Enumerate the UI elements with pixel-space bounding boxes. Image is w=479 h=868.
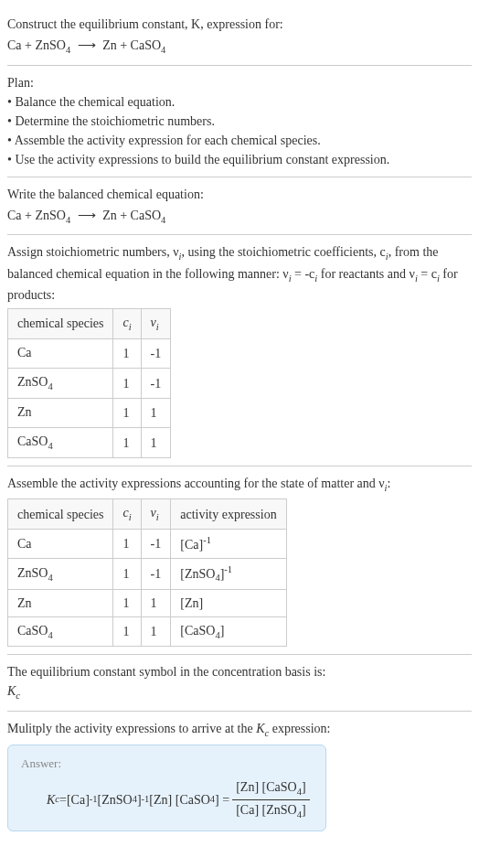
answer-label: Answer: [21, 755, 313, 773]
table-header-row: chemical species ci νi [8, 309, 171, 339]
cell-vi: 1 [141, 398, 171, 428]
table-row: Ca 1 -1 [Ca]-1 [8, 530, 287, 559]
balanced-sub: 4 [161, 214, 165, 224]
plan-heading: Plan: [7, 73, 472, 92]
species-text: ZnSO [17, 375, 48, 389]
vi-sub: i [156, 512, 159, 522]
answer-expression: Kc = [Ca]-1 [ZnSO4]-1 [Zn] [CaSO4] = [Zn… [21, 777, 313, 821]
cell-vi: -1 [141, 530, 171, 559]
col-vi: νi [141, 499, 171, 530]
cell-ci: 1 [113, 369, 141, 399]
table-row: Zn 1 1 [8, 398, 171, 428]
cell-species: ZnSO4 [8, 369, 113, 399]
table-row: ZnSO4 1 -1 [ZnSO4]-1 [8, 558, 287, 589]
activity-heading: Assemble the activity expressions accoun… [7, 474, 472, 496]
cell-activity: [CaSO4] [171, 616, 286, 647]
kc-text: K [256, 722, 264, 735]
cell-ci: 1 [113, 398, 141, 428]
fraction-numerator: [Zn] [CaSO4] [232, 777, 309, 800]
species-text: Ca [17, 537, 32, 551]
plan-list: Balance the chemical equation. Determine… [7, 92, 472, 169]
species-sub: 4 [48, 630, 52, 640]
species-text: Ca [17, 346, 32, 359]
term-sup: -1 [90, 792, 98, 807]
species-text: Zn [17, 596, 32, 610]
kc-sub: c [16, 691, 20, 701]
fraction-denominator: [Ca] [ZnSO4] [232, 800, 309, 822]
intro-text: Construct the equilibrium constant, K, e… [7, 17, 283, 31]
kc-symbol: Kc [7, 681, 472, 703]
stoich-text: = c [418, 267, 437, 281]
cell-vi: 1 [141, 428, 171, 458]
plan-item: Use the activity expressions to build th… [7, 150, 472, 169]
cell-ci: 1 [113, 428, 141, 458]
term-sup: -1 [142, 792, 150, 807]
act-sup: -1 [224, 564, 232, 574]
species-sub: 4 [48, 441, 52, 451]
den-text: [Ca] [ZnSO [236, 803, 297, 817]
stoich-table: chemical species ci νi Ca 1 -1 ZnSO4 1 -… [7, 308, 171, 458]
plan-item: Balance the chemical equation. [7, 92, 472, 112]
balanced-heading: Write the balanced chemical equation: [7, 185, 472, 204]
act-sup: -1 [203, 535, 211, 545]
col-species: chemical species [8, 499, 113, 530]
stoich-section: Assign stoichiometric numbers, νi, using… [7, 235, 472, 466]
act-text: [Zn] [180, 596, 203, 610]
plan-item: Assemble the activity expression for eac… [7, 131, 472, 150]
arrow-icon: ⟶ [78, 36, 96, 55]
cell-activity: [ZnSO4]-1 [171, 558, 286, 589]
cell-activity: [Zn] [171, 589, 286, 616]
cell-species: Ca [8, 338, 113, 369]
species-sub: 4 [48, 572, 52, 582]
table-row: ZnSO4 1 -1 [8, 369, 171, 399]
cell-vi: 1 [141, 616, 171, 647]
col-species: chemical species [8, 309, 113, 339]
symbol-heading: The equilibrium constant symbol in the c… [7, 662, 472, 681]
species-text: CaSO [17, 434, 48, 448]
plan-item: Determine the stoichiometric numbers. [7, 112, 472, 131]
symbol-section: The equilibrium constant symbol in the c… [7, 655, 472, 712]
cell-vi: -1 [141, 558, 171, 589]
col-ci: ci [113, 499, 141, 530]
species-text: ZnSO [17, 566, 48, 580]
multiply-section: Mulitply the activity expressions to arr… [7, 712, 472, 839]
stoich-text: = -c [292, 267, 315, 281]
term-text: [Zn] [CaSO [149, 790, 210, 809]
reactant-sub: 4 [66, 45, 70, 55]
activity-text: Assemble the activity expressions accoun… [7, 477, 385, 490]
activity-table: chemical species ci νi activity expressi… [7, 498, 287, 647]
cell-species: Zn [8, 398, 113, 428]
balanced-sub: 4 [66, 214, 70, 224]
table-row: Ca 1 -1 [8, 338, 171, 369]
stoich-text: for reactants and ν [317, 267, 415, 281]
term-text: [ZnSO [98, 790, 133, 809]
ci-sub: i [129, 512, 132, 522]
cell-ci: 1 [113, 558, 141, 589]
balanced-reactants: Ca + ZnSO [7, 209, 66, 222]
activity-section: Assemble the activity expressions accoun… [7, 466, 472, 656]
multiply-text: expression: [269, 722, 330, 735]
vi-sub: i [156, 322, 159, 332]
cell-ci: 1 [113, 616, 141, 647]
num-text: [Zn] [CaSO [236, 780, 297, 794]
intro-equation: Ca + ZnSO4 ⟶ Zn + CaSO4 [7, 36, 472, 58]
intro-section: Construct the equilibrium constant, K, e… [7, 7, 472, 66]
species-text: Zn [17, 405, 32, 419]
multiply-heading: Mulitply the activity expressions to arr… [7, 719, 472, 741]
den-close: ] [302, 803, 306, 817]
product-sub: 4 [161, 45, 165, 55]
col-ci: ci [113, 309, 141, 339]
cell-species: Ca [8, 530, 113, 559]
cell-ci: 1 [113, 589, 141, 616]
cell-vi: -1 [141, 338, 171, 369]
species-text: CaSO [17, 624, 48, 638]
num-close: ] [302, 780, 306, 794]
term-close: ] = [215, 790, 229, 809]
table-row: CaSO4 1 1 [8, 428, 171, 458]
table-header-row: chemical species ci νi activity expressi… [8, 499, 287, 530]
intro-line: Construct the equilibrium constant, K, e… [7, 15, 472, 34]
cell-ci: 1 [113, 338, 141, 369]
equals-text: = [59, 790, 67, 809]
kc-text: K [7, 684, 16, 698]
answer-box: Answer: Kc = [Ca]-1 [ZnSO4]-1 [Zn] [CaSO… [7, 745, 326, 832]
